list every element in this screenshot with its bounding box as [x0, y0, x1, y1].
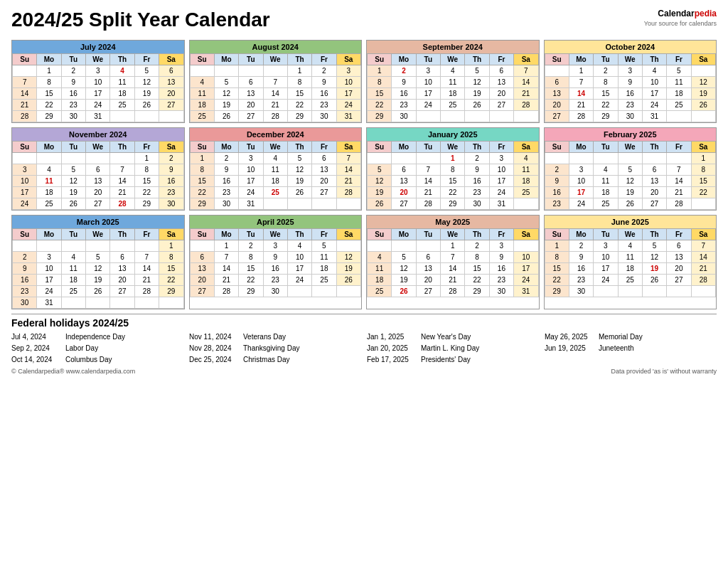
calendar-day [159, 297, 183, 309]
calendar-day: 18 [61, 275, 85, 286]
calendar-day: 11 [667, 77, 691, 88]
calendar-day: 19 [392, 275, 416, 286]
calendar-day: 4 [37, 164, 61, 176]
weekday-header: We [263, 142, 287, 153]
calendar-day: 3 [239, 153, 263, 164]
weekday-header: Fr [134, 54, 159, 65]
calendar-day [691, 111, 715, 122]
calendar-day: 9 [489, 252, 513, 263]
calendar-day: 20 [489, 88, 513, 100]
calendar-day: 12 [214, 88, 238, 100]
calendar-day: 8 [691, 164, 715, 176]
calendar-day: 26 [618, 198, 642, 210]
calendar-day: 4 [642, 65, 666, 77]
calendar-day: 27 [392, 198, 416, 210]
calendar-day: 14 [441, 263, 465, 275]
calendar-header: September 2024 [367, 41, 539, 53]
calendar-day: 13 [667, 252, 691, 263]
weekday-header: Mo [214, 54, 238, 65]
calendar-day [691, 198, 715, 210]
calendar-day: 12 [392, 263, 416, 275]
holiday-date: Dec 25, 2024 [189, 354, 239, 365]
calendar-day: 21 [214, 275, 238, 286]
weekday-header: We [618, 229, 642, 240]
calendar-day: 2 [312, 65, 336, 77]
calendar-october-2024: October 2024SuMoTuWeThFrSa12345678910111… [544, 40, 717, 123]
calendar-day: 25 [594, 198, 618, 210]
calendar-day: 14 [514, 77, 538, 88]
calendar-day: 3 [37, 252, 61, 263]
weekday-header: We [86, 54, 110, 65]
calendar-day [336, 240, 360, 252]
calendar-day: 3 [86, 65, 110, 77]
calendar-day: 20 [392, 187, 416, 198]
calendar-day: 10 [514, 252, 538, 263]
calendar-day: 10 [642, 77, 666, 88]
calendar-day: 12 [287, 164, 311, 176]
calendar-day: 30 [312, 111, 336, 122]
calendar-day: 24 [336, 100, 360, 111]
weekday-header: We [618, 142, 642, 153]
calendar-day: 19 [336, 263, 360, 275]
weekday-header: Fr [134, 142, 159, 153]
calendar-day: 21 [514, 88, 538, 100]
holiday-column: Nov 11, 2024Veterans DayNov 28, 2024Than… [189, 331, 361, 365]
calendar-day: 6 [416, 252, 440, 263]
calendar-day: 20 [86, 187, 110, 198]
calendar-day: 17 [86, 88, 110, 100]
footer: © Calendarpedia® www.calendarpedia.com D… [11, 368, 717, 375]
calendar-day: 27 [159, 100, 183, 111]
calendar-january-2025: January 2025SuMoTuWeThFrSa12345678910111… [366, 127, 540, 211]
calendar-day: 23 [214, 187, 238, 198]
weekday-header: Tu [61, 54, 85, 65]
calendar-august-2024: August 2024SuMoTuWeThFrSa123456789101112… [189, 40, 363, 123]
calendar-header: April 2025 [190, 216, 362, 228]
calendar-day: 30 [13, 297, 37, 309]
calendar-day: 4 [594, 164, 618, 176]
calendar-day: 22 [691, 187, 715, 198]
calendar-table: SuMoTuWeThFrSa12345678910111213141516171… [367, 141, 539, 210]
calendar-day: 28 [514, 100, 538, 111]
calendar-day: 29 [441, 198, 465, 210]
calendar-day [263, 198, 287, 210]
calendar-day: 22 [159, 275, 183, 286]
calendar-header: December 2024 [190, 128, 362, 141]
calendar-day: 18 [514, 176, 538, 187]
weekday-header: Tu [61, 142, 85, 153]
calendar-day: 18 [263, 176, 287, 187]
calendar-day: 16 [214, 176, 238, 187]
calendar-day: 22 [594, 100, 618, 111]
calendar-day: 23 [465, 187, 489, 198]
weekday-header: Fr [134, 229, 159, 240]
calendar-day [13, 153, 37, 164]
weekday-header: Th [287, 142, 311, 153]
calendar-day: 21 [263, 100, 287, 111]
calendar-day: 19 [287, 176, 311, 187]
weekday-header: Sa [336, 54, 360, 65]
calendar-day: 17 [416, 88, 440, 100]
holiday-date: Jan 20, 2025 [367, 343, 417, 354]
calendar-day: 27 [86, 198, 110, 210]
calendar-day: 20 [642, 187, 666, 198]
weekday-header: Mo [37, 229, 61, 240]
calendar-day: 20 [159, 88, 183, 100]
weekday-header: Sa [691, 54, 715, 65]
footer-right: Data provided 'as is' without warranty [611, 368, 717, 375]
calendar-day [13, 240, 37, 252]
calendar-day: 1 [134, 153, 159, 164]
calendar-day: 8 [190, 164, 214, 176]
calendar-day: 1 [545, 240, 569, 252]
holidays-title: Federal holidays 2024/25 [11, 317, 717, 329]
calendar-day: 31 [489, 198, 513, 210]
calendar-day [667, 111, 691, 122]
calendar-day: 18 [618, 263, 642, 275]
calendar-day: 1 [37, 65, 61, 77]
calendar-day: 22 [37, 100, 61, 111]
calendar-day: 12 [368, 176, 392, 187]
calendar-day: 20 [667, 263, 691, 275]
weekday-header: Fr [489, 54, 513, 65]
calendar-day: 14 [263, 88, 287, 100]
calendar-day: 24 [287, 275, 311, 286]
calendar-day: 1 [214, 240, 238, 252]
calendar-day: 25 [110, 100, 134, 111]
